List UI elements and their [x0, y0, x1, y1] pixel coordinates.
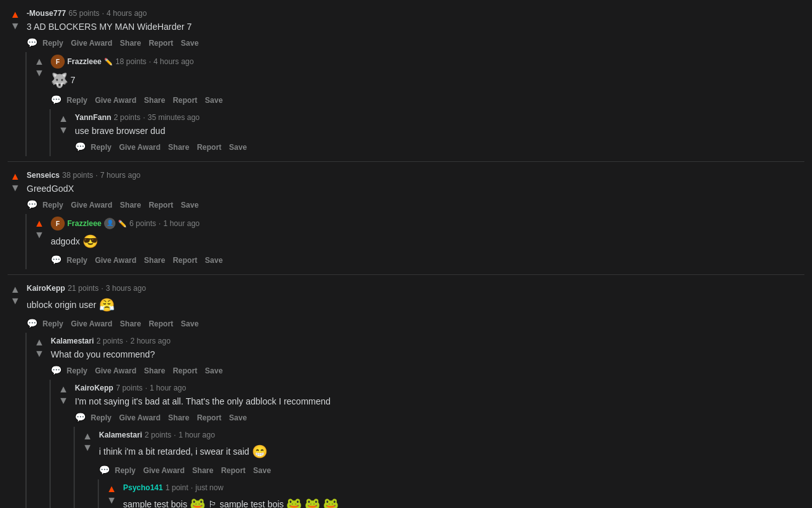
comment-text: 🐺 7 [51, 70, 804, 91]
downvote-button[interactable]: ▼ [58, 124, 69, 136]
report-button[interactable]: Report [194, 412, 224, 424]
report-button[interactable]: Report [194, 142, 224, 153]
downvote-button[interactable]: ▼ [34, 67, 45, 79]
action-bar: 💬 Reply Give Award Share Report Save [75, 140, 804, 154]
action-bar: 💬 Reply Give Award Share Report Save [51, 93, 804, 107]
share-button[interactable]: Share [141, 255, 167, 266]
comment-meta: Kalamestari 2 points · 1 hour ago [99, 429, 804, 441]
report-button[interactable]: Report [218, 465, 248, 476]
upvote-button[interactable]: ▲ [58, 113, 69, 124]
comment-text: I'm not saying it's bad at all. That's t… [75, 395, 804, 408]
upvote-button[interactable]: ▲ [10, 284, 21, 295]
save-button[interactable]: Save [226, 412, 249, 424]
upvote-button[interactable]: ▲ [34, 56, 45, 67]
upvote-button[interactable]: ▲ [34, 337, 45, 348]
downvote-button[interactable]: ▼ [10, 295, 21, 307]
upvote-button[interactable]: ▲ [34, 218, 45, 229]
give-award-button[interactable]: Give Award [117, 412, 163, 424]
upvote-button[interactable]: ▲ [10, 171, 21, 182]
reply-button[interactable]: Reply [88, 142, 114, 153]
reply-button[interactable]: Reply [40, 37, 66, 49]
save-button[interactable]: Save [202, 365, 225, 377]
share-button[interactable]: Share [117, 199, 143, 211]
reply-button[interactable]: Reply [40, 318, 66, 330]
save-button[interactable]: Save [202, 255, 225, 266]
downvote-button[interactable]: ▼ [34, 348, 45, 359]
report-button[interactable]: Report [170, 365, 200, 377]
share-button[interactable]: Share [141, 95, 167, 106]
comment-meta: YannFann 2 points · 35 minutes ago [75, 112, 804, 123]
downvote-button[interactable]: ▼ [34, 229, 45, 241]
save-button[interactable]: Save [178, 37, 201, 49]
username[interactable]: Frazzleee [67, 56, 102, 67]
username[interactable]: KairoKepp [27, 283, 65, 294]
share-button[interactable]: Share [166, 412, 192, 424]
upvote-button[interactable]: ▲ [82, 431, 93, 442]
share-button[interactable]: Share [166, 142, 192, 153]
save-button[interactable]: Save [202, 95, 225, 106]
downvote-button[interactable]: ▼ [10, 20, 21, 32]
timestamp: 1 hour ago [163, 218, 199, 229]
comment-icon: 💬 [51, 364, 62, 377]
reply-button[interactable]: Reply [64, 255, 90, 266]
downvote-button[interactable]: ▼ [106, 495, 117, 506]
points: 2 points [96, 335, 123, 347]
give-award-button[interactable]: Give Award [69, 318, 115, 330]
vote-column: ▲ ▼ [32, 335, 47, 377]
indent-block: ▲ ▼ F Frazzleee ✏️ 18 points · 4 hours a… [25, 52, 804, 156]
give-award-button[interactable]: Give Award [69, 37, 115, 49]
downvote-button[interactable]: ▼ [10, 182, 21, 194]
comment-meta: KairoKepp 21 points · 3 hours ago [27, 283, 804, 294]
comment: ▲ ▼ KairoKepp 7 points · 1 hour ago I'm … [56, 380, 804, 427]
edit-icon: ✏️ [104, 57, 113, 67]
comment-body: F Frazzleee 👤 ✏️ 6 points · 1 hour ago a… [51, 217, 804, 267]
reply-button[interactable]: Reply [112, 465, 138, 476]
username[interactable]: YannFann [75, 112, 111, 123]
points: 7 points [116, 382, 143, 394]
share-button[interactable]: Share [190, 465, 216, 476]
report-button[interactable]: Report [170, 95, 200, 106]
username[interactable]: Frazzleee [67, 218, 102, 229]
username[interactable]: -Mouse777 [27, 8, 66, 19]
username[interactable]: Kalamestari [51, 335, 94, 347]
give-award-button[interactable]: Give Award [93, 95, 139, 106]
username[interactable]: Psycho141 [123, 482, 163, 493]
give-award-button[interactable]: Give Award [141, 465, 187, 476]
comment: ▲ ▼ Psycho141 1 point · just now [104, 479, 804, 508]
upvote-button[interactable]: ▲ [10, 9, 21, 20]
downvote-button[interactable]: ▼ [82, 442, 93, 453]
give-award-button[interactable]: Give Award [69, 199, 115, 211]
downvote-button[interactable]: ▼ [58, 395, 69, 406]
comment-body: YannFann 2 points · 35 minutes ago use b… [75, 112, 804, 154]
action-bar: 💬 Reply Give Award Share Report Save [27, 317, 804, 330]
username[interactable]: Kalamestari [99, 429, 142, 441]
reply-button[interactable]: Reply [88, 412, 114, 424]
emoji: 😤 [99, 295, 115, 314]
share-button[interactable]: Share [141, 365, 167, 377]
save-button[interactable]: Save [226, 142, 249, 153]
upvote-button[interactable]: ▲ [106, 483, 117, 495]
give-award-button[interactable]: Give Award [117, 142, 163, 153]
reply-button[interactable]: Reply [40, 199, 66, 211]
comment-thread: ▲ ▼ Senseics 38 points · 7 hours ago Gre… [8, 167, 804, 269]
reply-button[interactable]: Reply [64, 365, 90, 377]
share-button[interactable]: Share [117, 37, 143, 49]
save-button[interactable]: Save [178, 318, 201, 330]
give-award-button[interactable]: Give Award [93, 255, 139, 266]
upvote-button[interactable]: ▲ [58, 384, 69, 395]
save-button[interactable]: Save [178, 199, 201, 211]
report-button[interactable]: Report [146, 318, 176, 330]
share-button[interactable]: Share [117, 318, 143, 330]
comment-body: KairoKepp 7 points · 1 hour ago I'm not … [75, 382, 804, 424]
report-button[interactable]: Report [146, 199, 176, 211]
report-button[interactable]: Report [146, 37, 176, 49]
save-button[interactable]: Save [251, 465, 273, 476]
username[interactable]: KairoKepp [75, 382, 114, 394]
comment: ▲ ▼ Senseics 38 points · 7 hours ago Gre… [8, 167, 804, 214]
reply-button[interactable]: Reply [64, 95, 90, 106]
give-award-button[interactable]: Give Award [93, 365, 139, 377]
comment-text: ublock origin user 😤 [27, 295, 804, 314]
report-button[interactable]: Report [170, 255, 200, 266]
username[interactable]: Senseics [27, 170, 60, 181]
points: 2 points [114, 112, 140, 123]
